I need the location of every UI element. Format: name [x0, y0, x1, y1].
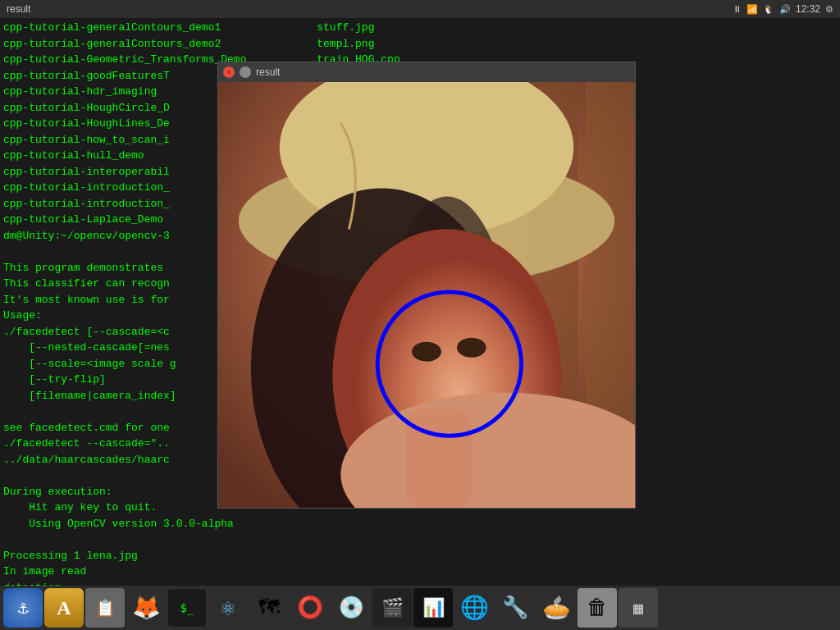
pie-taskbar-icon[interactable]: 🥧 [536, 588, 576, 628]
pause-icon: ⏸ [733, 4, 742, 14]
top-bar-right: ⏸ 📶 🐧 🔊 12:32 ⚙ [733, 3, 833, 15]
screen-taskbar-icon[interactable]: ▦ [619, 588, 658, 628]
minimize-button[interactable] [240, 66, 251, 78]
audio-icon: 🔊 [779, 4, 791, 15]
trash-taskbar-icon[interactable]: 🗑 [578, 588, 617, 628]
files-taskbar-icon[interactable]: 📋 [85, 588, 125, 628]
circles-taskbar-icon[interactable]: ⭕ [290, 588, 330, 628]
tools-taskbar-icon[interactable]: 🔧 [495, 588, 535, 628]
map-taskbar-icon[interactable]: 🗺 [249, 588, 289, 628]
linux-icon: 🐧 [763, 4, 774, 15]
svg-point-10 [412, 342, 441, 362]
clapper-taskbar-icon[interactable]: 🎬 [372, 588, 412, 628]
chromium-taskbar-icon[interactable]: 🌐 [454, 588, 494, 628]
terminal-taskbar-icon[interactable]: $_ [167, 588, 207, 628]
activity-taskbar-icon[interactable]: 📊 [413, 588, 453, 628]
result-titlebar: × result [218, 62, 635, 82]
settings-icon[interactable]: ⚙ [825, 4, 833, 15]
terminal-line: cpp-tutorial-generalContours_demo1 stuff… [3, 20, 837, 36]
font-taskbar-icon[interactable]: A [44, 588, 84, 628]
firefox-taskbar-icon[interactable]: 🦊 [126, 588, 166, 628]
terminal-line: Processing 1 lena.jpg [3, 548, 837, 564]
lena-image [218, 82, 635, 508]
taskbar: ⚓ A 📋 🦊 $_ ⚛ 🗺 ⭕ 💿 🎬 📊 🌐 🔧 🥧 🗑 ▦ [0, 586, 840, 630]
terminal-line [3, 532, 837, 548]
result-window-title: result [256, 66, 280, 78]
svg-point-11 [457, 338, 486, 358]
terminal-line: Using OpenCV version 3.0.0-alpha [3, 516, 837, 532]
terminal-line: cpp-tutorial-generalContours_demo2 templ… [3, 36, 837, 52]
result-image-container [218, 82, 635, 508]
svg-rect-9 [406, 409, 472, 507]
wifi-icon: 📶 [746, 4, 758, 15]
close-button[interactable]: × [223, 66, 235, 78]
top-bar: result ⏸ 📶 🐧 🔊 12:32 ⚙ [0, 0, 840, 18]
anchor-taskbar-icon[interactable]: ⚓ [3, 588, 43, 628]
result-window: × result [217, 62, 636, 509]
clock: 12:32 [796, 3, 820, 15]
vinyl-taskbar-icon[interactable]: 💿 [331, 588, 371, 628]
top-bar-title: result [7, 3, 30, 15]
terminal-line: In image read [3, 564, 837, 580]
atom-taskbar-icon[interactable]: ⚛ [208, 588, 248, 628]
